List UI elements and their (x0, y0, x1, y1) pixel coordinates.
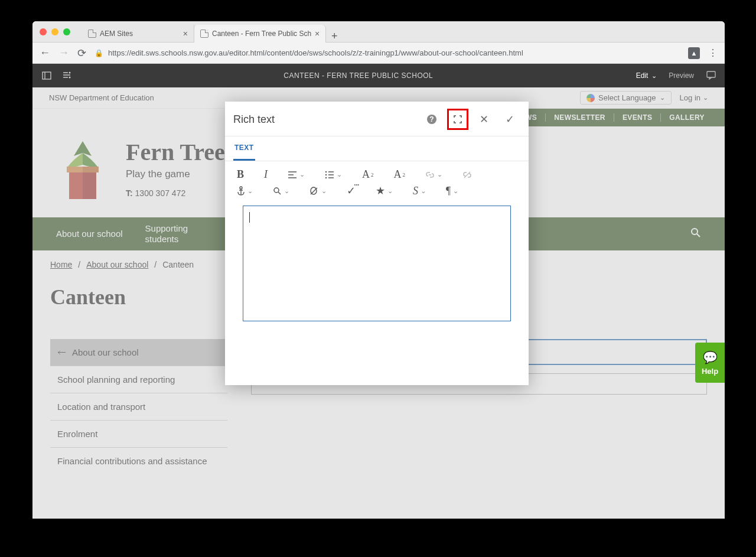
svg-point-29 (274, 188, 279, 193)
browser-window: AEM Sites × Canteen - Fern Tree Public S… (32, 21, 725, 519)
paraformat-icon[interactable]: ¶ (446, 185, 458, 197)
reload-icon[interactable]: ⟳ (77, 47, 86, 60)
minimize-window-icon[interactable] (51, 28, 58, 35)
svg-rect-11 (83, 167, 99, 172)
align-icon[interactable] (288, 171, 305, 179)
rich-text-dialog: Rich text ? ✕ ✓ TEXT B I A2 A2 (225, 102, 529, 385)
school-phone: T: 1300 307 472 (126, 188, 225, 198)
svg-rect-0 (43, 72, 51, 79)
url-text: https://edit.sws.schools.nsw.gov.au/edit… (108, 48, 523, 57)
check-text-icon[interactable]: ✓••• (347, 184, 356, 197)
edit-mode-dropdown[interactable]: Edit⌄ (636, 71, 657, 80)
hyperlink-icon[interactable] (425, 171, 442, 179)
browser-tab-strip: AEM Sites × Canteen - Fern Tree Public S… (32, 21, 725, 43)
tabs: AEM Sites × Canteen - Fern Tree Public S… (82, 21, 343, 43)
unlink-icon[interactable] (462, 171, 472, 179)
annotations-icon[interactable] (706, 70, 716, 82)
preview-button[interactable]: Preview (669, 71, 694, 80)
list-icon[interactable] (325, 171, 342, 179)
page-icon (200, 30, 208, 38)
forward-icon[interactable]: → (58, 47, 69, 59)
editor-page-title: CANTEEN - FERN TREE PUBLIC SCHOOL (81, 71, 636, 80)
spellcheck-icon[interactable] (309, 187, 327, 196)
close-icon[interactable]: × (183, 29, 188, 38)
subscript-icon[interactable]: A2 (362, 168, 374, 181)
login-link[interactable]: Log in⌄ (680, 93, 708, 102)
svg-text:?: ? (429, 115, 434, 123)
school-tagline: Play the game (126, 168, 225, 180)
svg-point-19 (325, 171, 327, 172)
nav-newsletter[interactable]: NEWSLETTER (545, 113, 614, 122)
dialog-title: Rich text (233, 113, 275, 126)
tab-label: Canteen - Fern Tree Public Sch (212, 30, 311, 38)
school-logo (56, 138, 109, 203)
italic-icon[interactable]: I (264, 168, 268, 181)
svg-point-26 (240, 187, 242, 189)
svg-rect-9 (83, 171, 96, 199)
language-selector[interactable]: Select Language ⌄ (580, 91, 672, 105)
google-translate-icon (586, 94, 595, 102)
bold-icon[interactable]: B (237, 168, 244, 181)
lock-icon: 🔒 (94, 49, 103, 57)
side-menu: 🡐 About our school School planning and r… (50, 339, 227, 474)
new-tab-button[interactable]: + (326, 30, 343, 43)
help-icon[interactable]: ? (421, 109, 442, 130)
source-edit-icon[interactable]: S (413, 185, 426, 197)
school-name: Fern Tree (126, 138, 225, 166)
superscript-icon[interactable]: A2 (394, 168, 406, 181)
address-bar: ← → ⟳ 🔒 https://edit.sws.schools.nsw.gov… (32, 43, 725, 64)
side-menu-item[interactable]: Enrolment (50, 421, 227, 448)
side-menu-item[interactable]: Financial contributions and assistance (50, 448, 227, 474)
search-icon[interactable] (690, 227, 701, 241)
side-menu-back[interactable]: 🡐 About our school (50, 339, 227, 366)
url-field[interactable]: 🔒 https://edit.sws.schools.nsw.gov.au/ed… (94, 48, 680, 57)
browser-menu-icon[interactable]: ⋮ (708, 47, 718, 58)
department-label: NSW Department of Education (49, 93, 154, 102)
nav-events[interactable]: EVENTS (614, 113, 660, 122)
crumb-current: Canteen (162, 260, 194, 269)
dialog-tabs: TEXT (225, 136, 529, 161)
anchor-icon[interactable] (237, 186, 253, 196)
help-button[interactable]: 💬 Help (695, 343, 725, 383)
page-info-icon[interactable] (61, 70, 73, 82)
arrow-left-icon: 🡐 (57, 347, 66, 357)
close-icon[interactable]: × (315, 29, 320, 38)
svg-rect-7 (707, 71, 715, 77)
maximize-window-icon[interactable] (63, 28, 70, 35)
page-icon (88, 30, 96, 38)
tab-text[interactable]: TEXT (233, 136, 255, 161)
side-menu-item[interactable]: School planning and reporting (50, 366, 227, 393)
svg-point-6 (69, 77, 71, 79)
svg-line-13 (697, 234, 700, 237)
cancel-icon[interactable]: ✕ (473, 109, 494, 130)
profile-icon[interactable]: ▲ (688, 47, 700, 59)
fullscreen-icon[interactable] (447, 109, 468, 130)
dialog-header: Rich text ? ✕ ✓ (225, 102, 529, 136)
done-icon[interactable]: ✓ (499, 109, 520, 130)
aem-editor-bar: CANTEEN - FERN TREE PUBLIC SCHOOL Edit⌄ … (32, 64, 725, 87)
rte-text-area[interactable] (243, 206, 511, 321)
nav-about-our-school[interactable]: About our school (56, 229, 123, 239)
nav-supporting-students[interactable]: Supporting students (145, 223, 204, 245)
find-replace-icon[interactable] (273, 187, 289, 196)
svg-point-20 (325, 174, 327, 175)
svg-point-5 (69, 72, 71, 74)
svg-line-30 (278, 192, 281, 194)
tab-aem-sites[interactable]: AEM Sites × (82, 25, 194, 43)
tab-canteen[interactable]: Canteen - Fern Tree Public Sch × (194, 25, 326, 43)
close-window-icon[interactable] (40, 28, 47, 35)
svg-point-12 (692, 229, 698, 234)
rte-toolbar: B I A2 A2 ✓••• ★ S ¶ (225, 161, 529, 201)
special-chars-icon[interactable]: ★ (376, 184, 393, 197)
crumb-home[interactable]: Home (50, 260, 72, 269)
window-controls (40, 28, 70, 35)
nav-gallery[interactable]: GALLERY (660, 113, 713, 122)
back-icon[interactable]: ← (40, 47, 50, 59)
tab-label: AEM Sites (100, 30, 133, 38)
svg-point-21 (325, 177, 327, 178)
crumb-about[interactable]: About our school (86, 260, 148, 269)
side-panel-icon[interactable] (41, 70, 53, 82)
chat-icon: 💬 (703, 350, 718, 364)
side-menu-item[interactable]: Location and transport (50, 393, 227, 421)
